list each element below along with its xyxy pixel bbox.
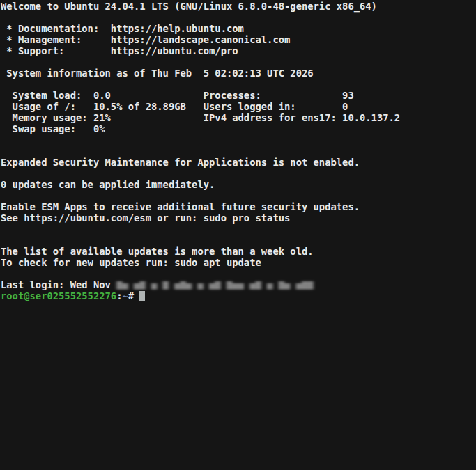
- terminal-line-esm-status: Expanded Security Maintenance for Applic…: [1, 157, 476, 168]
- terminal-line-esm-see: See https://ubuntu.com/esm or run: sudo …: [1, 212, 476, 224]
- terminal-line-memory-usage: Memory usage: 21% IPv4 address for ens17…: [1, 112, 476, 123]
- terminal-line-support: * Support: https://ubuntu.com/pro: [1, 45, 476, 56]
- terminal-line: [1, 268, 476, 279]
- terminal-line: [1, 190, 476, 201]
- terminal-line: [1, 79, 476, 90]
- terminal-cursor: [139, 291, 145, 301]
- last-login-prefix: Last login: Wed Nov: [1, 279, 116, 290]
- prompt-cwd: ~: [122, 290, 128, 301]
- terminal-line-swap-usage: Swap usage: 0%: [1, 123, 476, 134]
- terminal-line-apt-update-hint: To check for new updates run: sudo apt u…: [1, 257, 476, 268]
- prompt-symbol: #: [128, 290, 140, 301]
- terminal-line-sysinfo-header: System information as of Thu Feb 5 02:02…: [1, 68, 476, 79]
- terminal-line-disk-usage: Usage of /: 10.5% of 28.89GB Users logge…: [1, 101, 476, 112]
- terminal-line-esm-enable: Enable ESM Apps to receive additional fu…: [1, 201, 476, 212]
- terminal-line-updates-old: The list of available updates is more th…: [1, 246, 476, 257]
- terminal-line: [1, 134, 476, 146]
- terminal-line: [1, 56, 476, 68]
- prompt-user-host: root@ser025552552276: [1, 290, 116, 301]
- terminal-line-updates-count: 0 updates can be applied immediately.: [1, 179, 476, 190]
- terminal-line: [1, 12, 476, 23]
- terminal-line: [1, 168, 476, 179]
- terminal-line: [1, 235, 476, 246]
- terminal-line: [1, 146, 476, 157]
- last-login-line: Last login: Wed Nov █▆ ▆█ ▆ █ ▆█▆ ▆ ▆█ █…: [1, 279, 476, 290]
- terminal-line: [1, 224, 476, 235]
- terminal-line-welcome: Welcome to Ubuntu 24.04.1 LTS (GNU/Linux…: [1, 1, 476, 12]
- terminal-line-documentation: * Documentation: https://help.ubuntu.com: [1, 23, 476, 34]
- last-login-redacted-blur: █▆ ▆█ ▆ █ ▆█▆ ▆ ▆█ █▆▆ ▆█ ▆ █▆ ▆██: [116, 281, 313, 290]
- terminal-screen[interactable]: Welcome to Ubuntu 24.04.1 LTS (GNU/Linux…: [0, 0, 476, 470]
- terminal-line-system-load: System load: 0.0 Processes: 93: [1, 90, 476, 101]
- prompt-line[interactable]: root@ser025552552276:~#: [1, 290, 476, 301]
- terminal-line-management: * Management: https://landscape.canonica…: [1, 34, 476, 45]
